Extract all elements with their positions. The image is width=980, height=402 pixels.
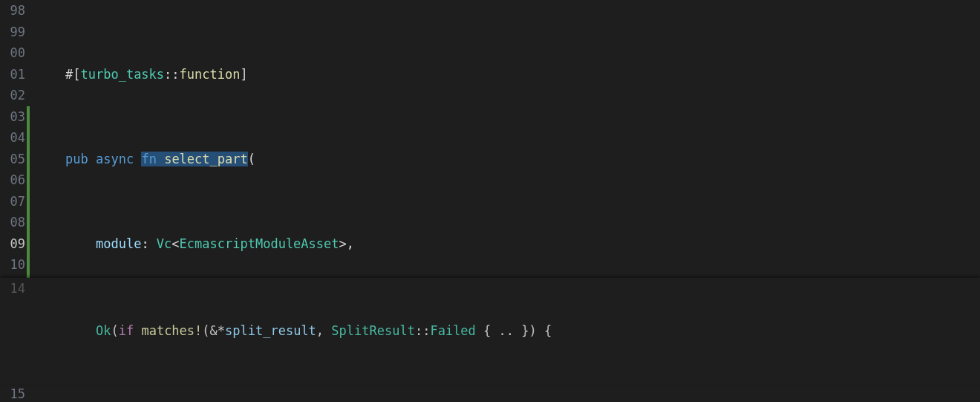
code-editor[interactable]: 98 99 00 01 02 03 04 05 06 07 08 09 10 1… [0, 0, 980, 402]
code-line: #[turbo_tasks::function] [65, 64, 980, 85]
line-number: 14 [0, 278, 25, 299]
partial-line: 15 Ok(if matches!(&*split_result, SplitR… [0, 383, 980, 402]
code-line: module: Vc<EcmascriptModuleAsset>, [65, 233, 980, 255]
code-line: Ok(if matches!(&*split_result, SplitResu… [65, 320, 980, 342]
line-number: 09 [0, 233, 25, 255]
code-line: pub async fn select_part( [65, 149, 980, 170]
line-number: 01 [0, 64, 25, 85]
sticky-scroll[interactable]: 14 Ok(if matches!(&*split_result, SplitR… [0, 278, 980, 384]
line-number: 08 [0, 212, 25, 233]
line-number: 05 [0, 149, 25, 170]
line-number: 07 [0, 191, 25, 213]
line-number: 00 [0, 42, 25, 64]
line-number: 98 [0, 0, 25, 22]
line-number: 06 [0, 169, 25, 191]
line-number: 10 [0, 254, 25, 276]
line-number: 99 [0, 22, 25, 43]
line-number: 03 [0, 106, 25, 128]
line-number: 04 [0, 127, 25, 149]
line-number: 02 [0, 85, 25, 106]
